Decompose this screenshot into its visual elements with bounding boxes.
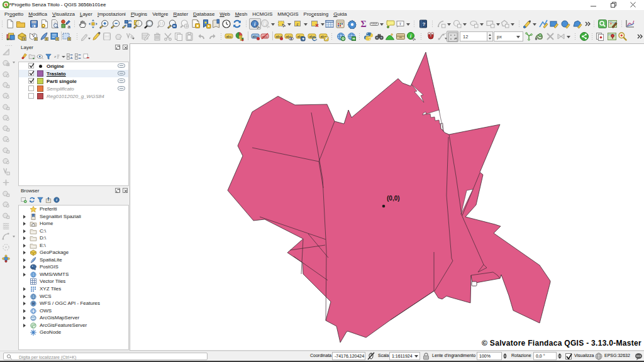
menu-plugins[interactable]: Plugins [128, 10, 150, 18]
style-manager-icon[interactable]: a [60, 19, 71, 30]
browser-item-geonode[interactable]: GeoNode [19, 329, 128, 336]
browser-item-xyz-tiles[interactable]: XYZ Tiles [19, 285, 128, 293]
expander-icon[interactable] [23, 302, 26, 305]
refresh-browser-icon[interactable] [28, 195, 36, 204]
run-feature-action-dropdown[interactable] [270, 23, 275, 26]
save-project-icon[interactable] [28, 19, 40, 30]
expander-icon[interactable] [23, 316, 26, 320]
browser-item-arcgisfeatureserver[interactable]: ArcGisFeatureServer [19, 322, 128, 329]
rotation-spin-buttons[interactable] [557, 352, 563, 360]
cut-features-icon[interactable] [162, 31, 174, 42]
measure-dropdown[interactable] [379, 23, 384, 26]
statistical-summary-icon[interactable]: Σ [358, 19, 369, 30]
arc-tool-dropdown[interactable] [13, 236, 15, 238]
regular-polygon-icon[interactable] [1, 123, 13, 134]
select-by-expression-icon[interactable]: ε [292, 19, 304, 30]
filter-by-expression-dropdown[interactable] [61, 52, 66, 61]
move-feature-dropdown[interactable] [462, 23, 467, 26]
circle-2points-icon[interactable] [1, 80, 13, 91]
open-layer-styling-icon[interactable] [20, 52, 28, 61]
ellipse-center-icon[interactable] [1, 102, 13, 113]
rotate-feature-icon[interactable] [436, 19, 447, 30]
zoom-to-layer-icon[interactable] [143, 19, 155, 30]
remove-layer-icon[interactable] [82, 52, 91, 61]
arc-tool-icon[interactable] [1, 232, 13, 243]
reshape-features-icon[interactable] [499, 19, 511, 30]
search-plugins-icon[interactable] [374, 31, 385, 42]
pan-to-selection-icon[interactable] [87, 19, 99, 30]
layer-row-semplificato[interactable]: Semplificato [19, 85, 128, 92]
filter-legend-icon[interactable] [45, 52, 53, 61]
qgis2web-icon[interactable] [607, 19, 618, 30]
layer-diagram-options-icon[interactable] [234, 31, 245, 42]
save-layer-edits-icon[interactable] [101, 31, 113, 42]
enable-snapping-icon[interactable] [425, 31, 436, 42]
expander-icon[interactable] [23, 229, 26, 233]
menu-modifica[interactable]: Modifica [26, 10, 50, 18]
layer-row-parti-singole[interactable]: Parti singole [19, 77, 128, 85]
browser-item-wms-wmts[interactable]: WMS/WMTS [19, 271, 128, 278]
dotted-circle-icon[interactable] [1, 243, 13, 254]
menu-database[interactable]: Database [191, 10, 217, 18]
new-geopackage-layer-icon[interactable] [16, 31, 28, 42]
zoom-out-icon[interactable] [110, 19, 121, 30]
browser-item-segnalibri-spaziali[interactable]: Segnalibri Spaziali [19, 213, 128, 221]
browser-item-preferiti[interactable]: Preferiti [19, 206, 128, 213]
circle-3points-icon[interactable] [1, 90, 13, 102]
delete-selected-icon[interactable] [152, 31, 163, 42]
pan-map-icon[interactable] [77, 19, 88, 30]
fill-ring-icon[interactable] [1, 145, 13, 156]
close-button[interactable] [626, 0, 641, 10]
menu-hcmgis[interactable]: HCMGIS [250, 10, 275, 18]
share-plugin-icon[interactable] [579, 31, 590, 42]
offset-point-icon[interactable] [1, 156, 13, 167]
expander-icon[interactable] [23, 244, 26, 248]
layer-checkbox[interactable] [28, 93, 34, 99]
browser-item-ows[interactable]: OWS [19, 307, 128, 315]
rotate-point-icon[interactable] [1, 199, 13, 211]
metasearch-services-icon[interactable] [346, 31, 357, 42]
browser-panel-close-icon[interactable] [123, 188, 128, 193]
rectangle-extent-icon[interactable] [1, 112, 13, 124]
browser-panel-float-icon[interactable] [115, 188, 120, 193]
layer-row-origine[interactable]: Origine [19, 62, 128, 70]
refresh-map-icon[interactable] [231, 19, 243, 30]
cad-tools-icon[interactable] [1, 47, 13, 58]
show-unplaced-labels-icon[interactable]: abc [260, 31, 271, 42]
layers-panel-close-icon[interactable] [123, 45, 128, 50]
maximize-button[interactable] [606, 0, 621, 10]
expander-icon[interactable] [23, 295, 26, 299]
copy-features-icon[interactable] [173, 31, 184, 42]
browser-item-arcgismapserver[interactable]: ArcGisMapServer [19, 314, 128, 322]
layer-row-traslato[interactable]: Traslato [19, 70, 128, 77]
browser-item-postgis[interactable]: PostGIS [19, 263, 128, 271]
vertex-tool-dropdown[interactable] [131, 37, 136, 40]
merge-features-icon[interactable] [1, 189, 13, 200]
messages-icon[interactable] [635, 353, 643, 360]
expander-icon[interactable] [23, 309, 26, 313]
paste-features-icon[interactable] [184, 31, 195, 42]
add-group-icon[interactable] [28, 52, 36, 61]
change-label-icon[interactable]: abc [318, 31, 330, 42]
browser-item-spatialite[interactable]: SpatiaLite [19, 256, 128, 264]
expander-icon[interactable] [23, 236, 26, 240]
measure-icon[interactable]: 1234 [369, 19, 380, 30]
select-features-dropdown[interactable] [287, 23, 292, 26]
topology-curve-icon[interactable] [533, 31, 545, 42]
self-intersection-grid-icon[interactable] [447, 31, 458, 42]
annotation-point-icon[interactable] [521, 19, 533, 30]
reshape-icon[interactable] [1, 167, 13, 178]
browser-item-geopackage[interactable]: GeoPackage [19, 249, 128, 256]
select-by-expression-dropdown[interactable] [303, 23, 308, 26]
select-features-icon[interactable] [276, 19, 287, 30]
modify-attributes-icon[interactable] [140, 31, 152, 42]
metasearch-icon[interactable] [335, 31, 347, 42]
expander-icon[interactable] [23, 265, 26, 269]
zoom-level-plugin-icon[interactable] [617, 31, 628, 42]
crs-globe-icon[interactable] [595, 353, 602, 360]
browser-item-vector-tiles[interactable]: Vector Tiles [19, 278, 128, 285]
georeferencer-icon[interactable] [606, 31, 618, 42]
menu-processing[interactable]: Processing [301, 10, 331, 18]
browser-item-home[interactable]: Home [19, 220, 128, 228]
toolbar2-overflow-icon[interactable] [634, 31, 644, 42]
